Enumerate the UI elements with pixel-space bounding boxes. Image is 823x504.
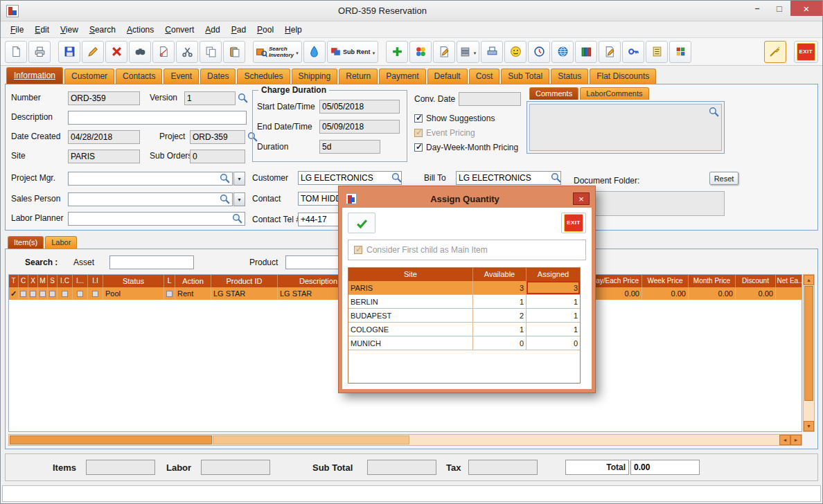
tab-flat-discounts[interactable]: Flat Discounts bbox=[590, 69, 656, 84]
site-field[interactable] bbox=[68, 150, 140, 163]
menu-pool[interactable]: Pool bbox=[251, 23, 279, 37]
row-discount[interactable]: 0.00 bbox=[736, 287, 776, 300]
project-mgr-dropdown[interactable] bbox=[233, 172, 245, 186]
description-field[interactable] bbox=[68, 111, 247, 125]
task-list-button[interactable] bbox=[646, 41, 668, 63]
row-week-price[interactable]: 0.00 bbox=[642, 287, 689, 300]
site-row-munich[interactable]: MUNICH 0 0 bbox=[348, 336, 580, 350]
vscroll-thumb[interactable] bbox=[804, 286, 813, 401]
conv-date-field[interactable] bbox=[459, 92, 521, 106]
tab-labor[interactable]: Labor bbox=[45, 236, 77, 249]
menu-convert[interactable]: Convert bbox=[159, 23, 200, 37]
close-button[interactable] bbox=[790, 1, 822, 16]
col-ic[interactable]: I.C bbox=[57, 275, 73, 287]
site-row-berlin[interactable]: BERLIN 1 1 bbox=[348, 295, 580, 309]
col-week-price[interactable]: Week Price bbox=[642, 275, 689, 287]
sub-rent-button[interactable]: Sub Rent bbox=[327, 41, 378, 63]
row-i-checkbox[interactable] bbox=[77, 291, 83, 297]
available-cell[interactable]: 3 bbox=[473, 281, 526, 294]
scroll-up-button[interactable] bbox=[804, 275, 814, 285]
dialog-close-button[interactable] bbox=[573, 192, 590, 205]
note-edit-button[interactable] bbox=[433, 41, 455, 63]
row-s-checkbox[interactable] bbox=[49, 291, 55, 297]
tab-return[interactable]: Return bbox=[339, 69, 378, 84]
day-week-month-checkbox[interactable] bbox=[414, 143, 423, 152]
project-mgr-field[interactable] bbox=[68, 172, 233, 186]
find-button[interactable] bbox=[129, 41, 151, 63]
site-cell[interactable]: BERLIN bbox=[348, 295, 473, 308]
col-l[interactable]: L bbox=[164, 275, 175, 287]
hscroll-thumb-secondary[interactable] bbox=[213, 435, 409, 444]
save-button[interactable] bbox=[58, 41, 80, 63]
tab-comments[interactable]: Comments bbox=[529, 87, 578, 100]
print-button[interactable] bbox=[28, 41, 51, 63]
feedback-button[interactable] bbox=[504, 41, 526, 63]
date-created-field[interactable] bbox=[68, 130, 140, 144]
site-cell[interactable]: COLOGNE bbox=[348, 323, 473, 336]
col-day-each-price[interactable]: Day/Each Price bbox=[588, 275, 642, 287]
col-discount[interactable]: Discount bbox=[736, 275, 776, 287]
dialog-ok-button[interactable] bbox=[348, 213, 375, 233]
number-field[interactable] bbox=[68, 91, 140, 105]
bill-to-search-icon[interactable] bbox=[550, 172, 562, 183]
add-button[interactable] bbox=[386, 41, 408, 63]
sub-orders-field[interactable] bbox=[190, 150, 245, 163]
site-cell[interactable]: BUDAPEST bbox=[348, 309, 473, 322]
menu-search[interactable]: Search bbox=[84, 23, 121, 37]
highlight-button[interactable] bbox=[764, 41, 786, 63]
sales-person-dropdown[interactable] bbox=[233, 192, 245, 206]
menu-actions[interactable]: Actions bbox=[121, 23, 159, 37]
customer-field[interactable] bbox=[298, 171, 402, 185]
menu-pad[interactable]: Pad bbox=[226, 23, 251, 37]
catalog-button[interactable] bbox=[575, 41, 597, 63]
labor-planner-search-icon[interactable] bbox=[231, 213, 243, 224]
sub-total-field[interactable] bbox=[367, 460, 436, 475]
col-s[interactable]: S bbox=[48, 275, 57, 287]
tab-labor-comments[interactable]: LaborComments bbox=[580, 87, 648, 100]
menu-view[interactable]: View bbox=[55, 23, 84, 37]
row-product-id[interactable]: LG STAR bbox=[211, 287, 278, 300]
col-assigned[interactable]: Assigned bbox=[526, 268, 580, 281]
site-cell[interactable]: MUNICH bbox=[348, 336, 473, 350]
sales-person-field[interactable] bbox=[68, 192, 233, 206]
tax-field[interactable] bbox=[468, 460, 538, 475]
assigned-cell[interactable]: 1 bbox=[526, 323, 580, 336]
assigned-cell[interactable]: 1 bbox=[526, 295, 580, 308]
layers-button[interactable] bbox=[457, 41, 479, 63]
start-date-field[interactable] bbox=[319, 100, 400, 114]
menu-file[interactable]: File bbox=[5, 23, 29, 37]
tab-cost[interactable]: Cost bbox=[469, 69, 500, 84]
total-field[interactable] bbox=[630, 460, 700, 475]
site-row-budapest[interactable]: BUDAPEST 2 1 bbox=[348, 309, 580, 323]
row-action[interactable]: Rent bbox=[175, 287, 211, 300]
tab-default[interactable]: Default bbox=[427, 69, 468, 84]
tab-schedules[interactable]: Schedules bbox=[237, 69, 290, 84]
version-field[interactable] bbox=[184, 91, 236, 105]
modules-button[interactable] bbox=[669, 41, 691, 63]
tab-event[interactable]: Event bbox=[163, 69, 199, 84]
col-month-price[interactable]: Month Price bbox=[689, 275, 736, 287]
row-t-checked[interactable] bbox=[9, 287, 19, 300]
vertical-scrollbar[interactable] bbox=[803, 274, 815, 432]
tab-customer[interactable]: Customer bbox=[64, 69, 114, 84]
web-button[interactable] bbox=[551, 41, 574, 63]
schedule-button[interactable] bbox=[528, 41, 550, 63]
customer-search-icon[interactable] bbox=[391, 172, 402, 183]
end-date-field[interactable] bbox=[319, 120, 400, 134]
cut-button[interactable] bbox=[176, 41, 198, 63]
hscroll-thumb[interactable] bbox=[10, 435, 212, 444]
edit-note-button[interactable] bbox=[599, 41, 621, 63]
tab-payment[interactable]: Payment bbox=[379, 69, 425, 84]
row-month-price[interactable]: 0.00 bbox=[689, 287, 736, 300]
site-row-paris[interactable]: PARIS 3 3 bbox=[348, 281, 580, 295]
horizontal-scrollbar[interactable] bbox=[8, 434, 802, 446]
available-cell[interactable]: 2 bbox=[473, 309, 526, 322]
project-field[interactable] bbox=[190, 130, 245, 144]
row-m-checkbox[interactable] bbox=[39, 291, 46, 297]
document-folder-area[interactable] bbox=[587, 191, 725, 216]
print-preview-button[interactable] bbox=[481, 41, 503, 63]
tab-dates[interactable]: Dates bbox=[200, 69, 236, 84]
row-status[interactable]: Pool bbox=[103, 287, 164, 300]
reset-button[interactable]: Reset bbox=[709, 172, 738, 185]
tab-shipping[interactable]: Shipping bbox=[292, 69, 338, 84]
